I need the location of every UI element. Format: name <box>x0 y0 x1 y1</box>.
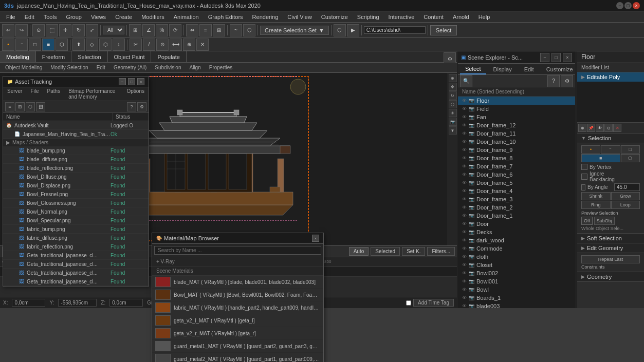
select-region-button[interactable]: ⬚ <box>46 24 58 36</box>
at-file-item[interactable]: 🖼 blade_diffuse.png Found <box>3 155 149 164</box>
at-file-item[interactable]: 🖼 Bowl_Displace.png Found <box>3 181 149 190</box>
render-button[interactable]: ▶ <box>347 24 359 36</box>
scene-item[interactable]: 👁 📷 Closet <box>458 261 575 269</box>
render-setup-button[interactable]: ⬡ <box>334 24 346 36</box>
make-unique-button[interactable]: ⊕ <box>578 124 586 132</box>
mat-item[interactable]: fabric_MAT ( VRayMtl ) [handle_part2, ha… <box>152 301 323 314</box>
at-file-item[interactable]: 🖼 Geta_traditional_japanese_cl... Found <box>3 277 149 286</box>
scene-item[interactable]: 👁 📷 Door_frame_12 <box>458 121 575 129</box>
element-button[interactable]: ⬡ <box>56 39 68 51</box>
element-subobj-button[interactable]: ⬡ <box>621 154 640 162</box>
mat-item[interactable]: geta_v2_r_MAT ( VRayMtl ) [geta_r] <box>152 327 323 340</box>
scene-item[interactable]: 👁 📷 Door_frame_11 <box>458 129 575 138</box>
cut-button[interactable]: ✂ <box>130 39 142 51</box>
sub-tab-align[interactable]: Align <box>186 64 204 71</box>
vp-lights-button[interactable]: ☀ <box>449 109 457 117</box>
at-file-item[interactable]: 🖼 Bowl_Normal.png Found <box>3 207 149 216</box>
scene-item[interactable]: 👁 📷 Floor <box>458 97 575 105</box>
at-thumbnail-button[interactable]: 🖼 <box>36 102 45 111</box>
tab-object-paint[interactable]: Object Paint <box>108 51 152 62</box>
scene-item[interactable]: 👁 📷 dark_wood <box>458 236 575 244</box>
schematic-view-button[interactable]: ⬡ <box>243 24 255 36</box>
extrude-button[interactable]: ⬆ <box>72 39 85 51</box>
menu-content[interactable]: Content <box>419 13 448 21</box>
tab-populate[interactable]: Populate <box>151 51 186 62</box>
x-coord-input[interactable] <box>12 299 45 307</box>
at-file-item[interactable]: 🖼 Bowl_Specular.png Found <box>3 216 149 225</box>
menu-interactive[interactable]: Interactive <box>384 13 419 21</box>
scene-item[interactable]: 👁 📷 Door_frame_6 <box>458 170 575 179</box>
at-file-item[interactable]: 🖼 Bowl_Diffuse.png Found <box>3 173 149 181</box>
menu-customize[interactable]: Customize <box>317 13 352 21</box>
view-dropdown[interactable]: All <box>103 26 124 34</box>
edge-subobj-button[interactable]: ⁻ <box>601 145 620 154</box>
menu-create[interactable]: Create <box>111 13 136 21</box>
minimize-button[interactable]: − <box>616 2 623 9</box>
se-help-button[interactable]: ? <box>547 75 560 87</box>
scene-item[interactable]: 👁 📷 Door_frame_8 <box>458 154 575 162</box>
layer-button[interactable]: ⊞ <box>213 24 225 36</box>
spinner-snap-button[interactable]: ⟳ <box>169 24 181 36</box>
mat-item[interactable]: guard_metal2_MAT ( VRayMtl ) [guard_part… <box>152 353 323 362</box>
menu-group[interactable]: Group <box>62 13 86 21</box>
at-file-item[interactable]: 🖼 fabric_reflection.png Found <box>3 242 149 251</box>
at-close-button[interactable]: × <box>137 78 144 85</box>
scene-item[interactable]: 👁 📷 Door_frame_10 <box>458 138 575 146</box>
menu-tools[interactable]: Tools <box>40 13 61 21</box>
mat-item[interactable]: Bowl_MAT ( VRayMtl ) [Bowl, Bowl001, Bow… <box>152 289 323 301</box>
scene-item[interactable]: 👁 📷 Door_frame_5 <box>458 179 575 187</box>
close-button[interactable]: × <box>633 2 640 9</box>
mat-item[interactable]: blade_MAT ( VRayMtl ) [blade, blade001, … <box>152 276 323 289</box>
edge-button[interactable]: ⁻ <box>15 39 28 51</box>
scene-item[interactable]: 👁 📷 Bowl002 <box>458 269 575 277</box>
scene-item[interactable]: 👁 📷 Door_frame_7 <box>458 162 575 170</box>
scene-item[interactable]: 👁 📷 Decks <box>458 228 575 236</box>
mat-scene-section[interactable]: Scene Materials <box>152 266 323 276</box>
repeat-last-button[interactable]: Repeat Last <box>581 255 640 263</box>
at-file-item[interactable]: 🖼 Bowl_Fresnel.png Found <box>3 190 149 199</box>
tab-modeling[interactable]: Modeling <box>0 51 36 62</box>
se-search-button[interactable]: 🔍 <box>460 75 472 87</box>
scene-item[interactable]: 👁 📷 Bowl001 <box>458 277 575 285</box>
mirror-button[interactable]: ⇔ <box>186 24 198 36</box>
at-menu-server[interactable]: Server <box>3 87 26 101</box>
scene-item[interactable]: 👁 📷 Field <box>458 105 575 113</box>
mat-item[interactable]: geta_v2_l_MAT ( VRayMtl ) [geta_l] <box>152 314 323 327</box>
scene-item[interactable]: 👁 📷 cloth <box>458 253 575 261</box>
bevel-button[interactable]: ◇ <box>86 39 98 51</box>
se-tab-customize[interactable]: Customize <box>541 64 578 74</box>
off-button[interactable]: Off <box>581 217 593 225</box>
polygon-button[interactable]: ■ <box>42 39 54 51</box>
rotate-button[interactable]: ↻ <box>72 24 85 36</box>
scale-button[interactable]: ⤢ <box>86 24 98 36</box>
target-weld-button[interactable]: ⊕ <box>183 39 195 51</box>
delete-modifier-button[interactable]: ✕ <box>613 124 621 132</box>
scene-item[interactable]: 👁 📷 Door_frame_3 <box>458 195 575 203</box>
z-coord-input[interactable] <box>109 299 143 307</box>
sub-tab-subdivision[interactable]: Subdivision <box>152 64 184 71</box>
at-menu-options[interactable]: Options <box>123 87 149 101</box>
add-time-tag-checkbox[interactable] <box>406 300 411 306</box>
subobj-button[interactable]: SubObj <box>594 217 615 225</box>
border-button[interactable]: □ <box>29 39 41 51</box>
scene-item[interactable]: 👁 📷 Door_frame_1 <box>458 212 575 220</box>
tab-freeform[interactable]: Freeform <box>36 51 72 62</box>
sub-tab-geometry-all[interactable]: Geometry (All) <box>111 64 150 71</box>
menu-civil-view[interactable]: Civil View <box>283 13 316 21</box>
se-close-button[interactable]: × <box>563 53 572 62</box>
menu-edit[interactable]: Edit <box>21 13 39 21</box>
at-minimize-button[interactable]: − <box>119 78 126 85</box>
at-vault-item[interactable]: 🏠 Autodesk Vault Logged O <box>3 121 149 130</box>
show-result-button[interactable]: 👁 <box>596 124 604 132</box>
at-help-button[interactable]: ? <box>127 102 136 111</box>
pin-stack-button[interactable]: 📌 <box>587 124 595 132</box>
vp-orbit-button[interactable]: ↻ <box>449 91 457 100</box>
at-list-view-button[interactable]: ≡ <box>5 102 14 111</box>
curve-editor-button[interactable]: ~ <box>230 24 242 36</box>
by-vertex-checkbox[interactable] <box>581 164 587 170</box>
vp-toggle-button[interactable]: ▼ <box>449 126 457 135</box>
move-button[interactable]: ✛ <box>59 24 71 36</box>
scene-item[interactable]: 👁 📷 Commode <box>458 244 575 253</box>
set-key-button[interactable]: Set K. <box>402 247 425 256</box>
sub-tab-object-modeling[interactable]: Object Modeling <box>2 64 45 71</box>
